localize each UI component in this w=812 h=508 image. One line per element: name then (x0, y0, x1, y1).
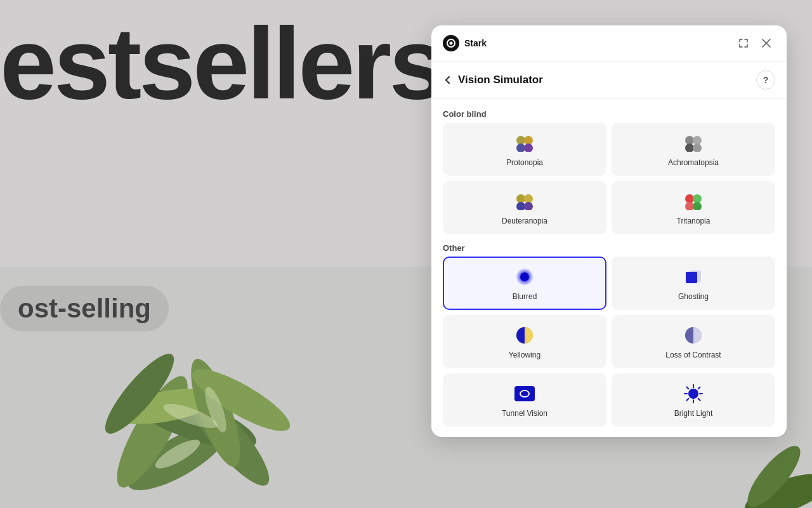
color-blind-grid: Protonopia Achromatopsia (443, 123, 775, 234)
svg-line-45 (698, 387, 700, 389)
expand-button[interactable] (735, 34, 752, 52)
achromatopsia-card[interactable]: Achromatopsia (612, 123, 775, 176)
blurred-label: Blurred (513, 292, 537, 301)
svg-point-24 (524, 202, 533, 210)
help-icon: ? (763, 75, 769, 85)
yellowing-icon (511, 325, 539, 345)
loss-of-contrast-card[interactable]: Loss of Contrast (612, 315, 775, 368)
svg-point-38 (688, 389, 698, 399)
color-blind-section: Color blind Protonopia (443, 109, 775, 234)
panel-content: Color blind Protonopia (431, 99, 787, 437)
stark-logo (443, 35, 459, 51)
vision-simulator-panel: Stark Vision Simulator (431, 25, 787, 437)
back-arrow-icon (443, 75, 453, 85)
stark-title: Stark (464, 38, 487, 48)
ghosting-card[interactable]: Ghosting (612, 257, 775, 310)
back-button[interactable] (443, 75, 453, 85)
svg-point-30 (520, 272, 529, 281)
selling-tag: ost-selling (0, 286, 169, 331)
panel-header-actions (735, 34, 775, 52)
panel-nav-left: Vision Simulator (443, 74, 543, 86)
blurred-icon (511, 267, 539, 287)
deuteranopia-icon (511, 191, 539, 211)
svg-point-27 (685, 202, 694, 210)
svg-point-19 (685, 144, 694, 152)
svg-line-43 (687, 387, 689, 389)
hero-text: estsellers (0, 0, 443, 114)
color-blind-label: Color blind (443, 109, 775, 119)
stark-logo-inner (447, 39, 455, 48)
panel-header: Stark (431, 25, 787, 62)
svg-point-21 (516, 194, 525, 203)
other-section: Other (443, 243, 775, 427)
svg-line-44 (698, 399, 700, 401)
svg-point-22 (524, 194, 533, 203)
tunnel-vision-icon (511, 384, 539, 404)
bright-light-icon (679, 384, 707, 404)
protonopia-icon (511, 133, 539, 153)
panel-nav-title: Vision Simulator (458, 74, 543, 86)
ghosting-label: Ghosting (678, 292, 709, 301)
svg-rect-37 (521, 391, 528, 396)
svg-point-16 (524, 144, 533, 152)
svg-point-17 (685, 136, 694, 145)
panel-header-left: Stark (443, 35, 487, 51)
loss-of-contrast-label: Loss of Contrast (665, 351, 721, 359)
yellowing-label: Yellowing (509, 351, 540, 359)
achromatopsia-icon (679, 133, 707, 153)
tritanopia-card[interactable]: Tritanopia (612, 181, 775, 234)
help-button[interactable]: ? (756, 70, 775, 90)
expand-icon (738, 38, 749, 48)
protonopia-card[interactable]: Protonopia (443, 123, 606, 176)
svg-point-23 (516, 202, 525, 210)
svg-point-28 (693, 202, 702, 210)
close-button[interactable] (757, 34, 775, 52)
other-label: Other (443, 243, 775, 253)
bright-light-card[interactable]: Bright Light (612, 373, 775, 427)
close-icon (762, 39, 771, 48)
tritanopia-label: Tritanopia (677, 217, 710, 225)
svg-rect-32 (686, 272, 697, 283)
protonopia-label: Protonopia (506, 158, 543, 167)
blurred-card[interactable]: Blurred (443, 257, 606, 310)
deuteranopia-card[interactable]: Deuteranopia (443, 181, 606, 234)
svg-point-26 (693, 194, 702, 203)
svg-point-13 (516, 136, 525, 145)
ghosting-icon (679, 267, 707, 287)
svg-point-25 (685, 194, 694, 203)
svg-point-18 (693, 136, 702, 145)
svg-point-20 (693, 144, 702, 152)
svg-line-46 (687, 399, 689, 401)
other-grid: Blurred Ghosting (443, 257, 775, 427)
svg-point-15 (516, 144, 525, 152)
bright-light-label: Bright Light (674, 409, 713, 418)
yellowing-card[interactable]: Yellowing (443, 315, 606, 368)
tritanopia-icon (679, 191, 707, 211)
achromatopsia-label: Achromatopsia (668, 158, 719, 167)
svg-point-14 (524, 136, 533, 145)
deuteranopia-label: Deuteranopia (502, 217, 547, 225)
tunnel-vision-label: Tunnel Vision (502, 409, 547, 418)
loss-of-contrast-icon (679, 325, 707, 345)
tunnel-vision-card[interactable]: Tunnel Vision (443, 373, 606, 427)
panel-nav: Vision Simulator ? (431, 62, 787, 99)
